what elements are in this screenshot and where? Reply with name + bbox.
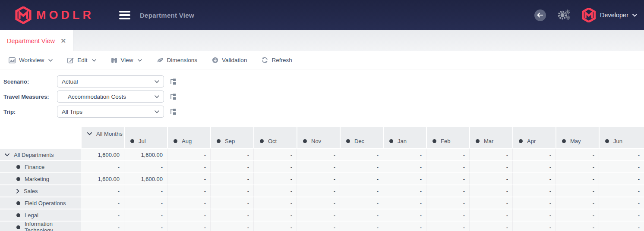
data-cell[interactable]: - <box>210 184 253 197</box>
data-cell[interactable]: - <box>210 221 253 231</box>
hierarchy-picker-button[interactable] <box>170 109 177 115</box>
data-cell[interactable]: 1,600.00 <box>81 172 124 184</box>
data-cell[interactable]: - <box>469 209 512 221</box>
column-header-apr[interactable]: Apr <box>512 127 556 148</box>
data-cell[interactable]: - <box>340 160 383 172</box>
column-header-dec[interactable]: Dec <box>340 127 383 148</box>
column-header-jan[interactable]: Jan <box>383 127 426 148</box>
data-cell[interactable]: - <box>512 221 556 231</box>
data-cell[interactable]: - <box>556 209 599 221</box>
data-cell[interactable]: - <box>426 221 469 231</box>
settings-button[interactable] <box>557 9 570 21</box>
toolbar-edit[interactable]: Edit <box>67 57 96 63</box>
data-cell[interactable]: - <box>297 160 340 172</box>
data-cell[interactable]: - <box>469 172 512 184</box>
toolbar-validation[interactable]: Validation <box>212 57 247 63</box>
data-cell[interactable]: - <box>81 160 124 172</box>
data-cell[interactable]: 1,600.00 <box>81 148 124 160</box>
data-cell[interactable]: - <box>167 184 210 197</box>
travel-measures-select[interactable]: Accommodation Costs <box>57 91 164 103</box>
data-cell[interactable]: - <box>210 209 253 221</box>
data-cell[interactable]: - <box>167 148 210 160</box>
data-cell[interactable]: - <box>253 221 297 231</box>
data-cell[interactable]: - <box>124 197 167 209</box>
scenario-select[interactable]: Actual <box>57 75 164 87</box>
column-header-nov[interactable]: Nov <box>297 127 340 148</box>
data-cell[interactable]: - <box>512 209 556 221</box>
column-header-aug[interactable]: Aug <box>167 127 210 148</box>
row-header-legal[interactable]: Legal <box>0 209 81 221</box>
data-cell[interactable]: - <box>210 148 253 160</box>
data-cell[interactable]: - <box>167 209 210 221</box>
data-cell[interactable]: - <box>469 160 512 172</box>
data-cell[interactable]: - <box>599 148 644 160</box>
data-cell[interactable]: - <box>512 172 556 184</box>
data-cell[interactable]: - <box>469 197 512 209</box>
toolbar-workview[interactable]: Workview <box>9 57 53 63</box>
data-cell[interactable]: - <box>512 148 556 160</box>
data-cell[interactable]: - <box>512 184 556 197</box>
row-header-finance[interactable]: Finance <box>0 160 81 172</box>
data-cell[interactable]: - <box>167 221 210 231</box>
data-cell[interactable]: - <box>253 209 297 221</box>
data-cell[interactable]: - <box>426 148 469 160</box>
data-cell[interactable]: - <box>556 160 599 172</box>
data-cell[interactable]: - <box>124 160 167 172</box>
toolbar-refresh[interactable]: Refresh <box>262 57 292 63</box>
data-cell[interactable]: - <box>297 209 340 221</box>
data-cell[interactable]: - <box>340 209 383 221</box>
hamburger-icon[interactable] <box>119 9 130 21</box>
data-cell[interactable]: - <box>383 209 426 221</box>
data-cell[interactable]: - <box>124 184 167 197</box>
close-icon[interactable]: ✕ <box>60 37 66 45</box>
data-cell[interactable]: - <box>599 209 644 221</box>
data-cell[interactable]: - <box>556 184 599 197</box>
data-cell[interactable]: - <box>340 184 383 197</box>
data-cell[interactable]: - <box>556 221 599 231</box>
data-cell[interactable]: 1,600.00 <box>124 148 167 160</box>
data-cell[interactable]: - <box>599 172 644 184</box>
data-cell[interactable]: - <box>253 197 297 209</box>
data-cell[interactable]: - <box>426 209 469 221</box>
toolbar-dimensions[interactable]: Dimensions <box>157 57 198 63</box>
data-cell[interactable]: - <box>297 197 340 209</box>
data-cell[interactable]: - <box>383 184 426 197</box>
row-header-marketing[interactable]: Marketing <box>0 172 81 184</box>
column-header-all-months[interactable]: All Months <box>81 127 124 148</box>
data-cell[interactable]: - <box>124 209 167 221</box>
data-cell[interactable]: - <box>426 184 469 197</box>
data-cell[interactable]: - <box>383 221 426 231</box>
toolbar-view[interactable]: View <box>111 57 142 63</box>
data-cell[interactable]: - <box>599 184 644 197</box>
modlr-logo[interactable]: MODLR <box>15 6 94 24</box>
data-cell[interactable]: - <box>210 160 253 172</box>
data-cell[interactable]: - <box>383 148 426 160</box>
row-header-sales[interactable]: Sales <box>0 184 81 197</box>
data-cell[interactable]: - <box>383 160 426 172</box>
data-cell[interactable]: - <box>556 172 599 184</box>
data-cell[interactable]: - <box>253 184 297 197</box>
data-cell[interactable]: - <box>81 184 124 197</box>
data-cell[interactable]: - <box>426 197 469 209</box>
data-cell[interactable]: - <box>167 172 210 184</box>
data-cell[interactable]: - <box>426 160 469 172</box>
data-cell[interactable]: - <box>469 221 512 231</box>
trip-select[interactable]: All Trips <box>57 106 164 118</box>
column-header-sep[interactable]: Sep <box>210 127 253 148</box>
column-header-may[interactable]: May <box>556 127 599 148</box>
data-cell[interactable]: - <box>340 197 383 209</box>
column-header-mar[interactable]: Mar <box>469 127 512 148</box>
data-cell[interactable]: - <box>556 197 599 209</box>
back-button[interactable] <box>534 9 546 21</box>
data-cell[interactable]: - <box>81 209 124 221</box>
column-header-feb[interactable]: Feb <box>426 127 469 148</box>
data-cell[interactable]: - <box>81 221 124 231</box>
data-cell[interactable]: - <box>81 197 124 209</box>
data-cell[interactable]: - <box>297 148 340 160</box>
column-header-oct[interactable]: Oct <box>253 127 297 148</box>
data-cell[interactable]: - <box>426 172 469 184</box>
data-cell[interactable]: - <box>556 148 599 160</box>
data-cell[interactable]: - <box>599 160 644 172</box>
data-cell[interactable]: - <box>297 172 340 184</box>
data-cell[interactable]: - <box>124 221 167 231</box>
